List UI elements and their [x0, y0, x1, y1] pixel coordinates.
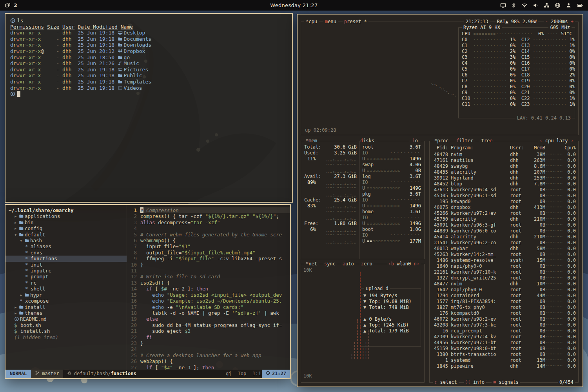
code-line[interactable]: echo -e "\nAvailable SD cards:"	[140, 304, 290, 310]
battery-icon[interactable]	[577, 2, 583, 8]
proc-row[interactable]: 1380btrfs-transactioroot0B⠒⠒⠒⠒⠒0.0	[432, 352, 576, 358]
proc-row[interactable]: 1642napi/phy0-0root0B⠒⠒⠒⠒⠒0.0	[432, 287, 576, 293]
code-line[interactable]: alias decompress="tar -xzf"	[140, 220, 290, 225]
workspace-number[interactable]: 2	[14, 2, 17, 8]
code-line[interactable]: # Convert webm files generated by the Gn…	[140, 232, 290, 238]
globe-icon[interactable]	[555, 2, 561, 8]
btop-button-net[interactable]: *net	[304, 261, 319, 267]
proc-row[interactable]: 45263kworker/14:2-mm_root0B⠒⠒⠒⠒⠒0.0	[432, 252, 576, 258]
proc-row[interactable]: 176kcompactd0root0B⠒⠒⠒⠒⠒0.0	[432, 310, 576, 316]
proc-row[interactable]: 45414alacrittydhh210M⠒⠒⠒⠒⠒0.0	[432, 234, 576, 240]
network-icon[interactable]	[544, 2, 550, 8]
btop-button-proc[interactable]: *proc	[433, 138, 450, 144]
prompt-line[interactable]	[10, 91, 287, 97]
tree-item-shell[interactable]: *shell	[5, 286, 127, 292]
proc-row[interactable]: 1640napi/phy0-0root0B⠒⠒⠒⠒⠒0.0	[432, 263, 576, 269]
interval-control[interactable]: - 2000ms +	[544, 19, 575, 25]
btop-button-menu[interactable]: menu	[323, 19, 338, 25]
proc-row[interactable]: 40075dropboxdhh413M⠒⠒⠒⠒⠒0.0	[432, 205, 576, 211]
tree-item-functions[interactable]: *functions	[5, 256, 127, 261]
proc-row[interactable]: 47613kworker/u96:4-sdroot0B⠒⠒⠒⠒⠒0.0	[432, 187, 576, 193]
tree-item-installsh[interactable]: $install.sh	[5, 328, 127, 334]
proc-row[interactable]: 48435alacrittydhh207M⠒⠒⠒⠒⠒0.0	[432, 169, 576, 175]
btop-button-disks[interactable]: disks	[359, 138, 376, 143]
btop-button-cpu[interactable]: *cpu	[304, 19, 319, 25]
proc-row[interactable]: 1systemdroot13M⠒⠒⠒⠒⠒0.0	[432, 358, 576, 363]
btop-button-auto[interactable]: auto	[341, 261, 356, 267]
code-line[interactable]: compress() { tar -czf "${1%/}.tar.gz" "$…	[140, 213, 290, 219]
code-line[interactable]	[140, 225, 290, 231]
proc-row[interactable]: 47161nautilusdhh263M⠒⠒⠒⠒⠒0.0	[432, 158, 576, 163]
proc-row[interactable]: 1577irq/81-PIXA3854:root0B⠒⠒⠒⠒⠒0.0	[432, 299, 576, 305]
tree-item-bash[interactable]: ▾bash	[5, 238, 127, 243]
proc-row[interactable]: 48452btopdhh7.8M⠒⠒⠒⠒⠒0.0	[432, 181, 576, 187]
code-line[interactable]: sudo eject $2	[140, 328, 290, 334]
tree-item-envs[interactable]: *envs	[5, 250, 127, 256]
workspaces-icon[interactable]	[5, 2, 11, 8]
proc-row[interactable]: 22161kworker/u97:10-kroot0B⠒⠒⠒⠒⠒0.0	[432, 269, 576, 275]
tree-item-bootsh[interactable]: $boot.sh	[5, 322, 127, 328]
neovim-window[interactable]: ~/.local/share/omarchy▸applications▸bin▸…	[5, 204, 291, 379]
btop-button-tree[interactable]: tree	[479, 138, 494, 144]
sort-control[interactable]: ‹ cpu lazy ›	[538, 138, 575, 144]
proc-row[interactable]: 43091kworker/u96:3-gfroot0B⠒⠒⠒⠒⠒0.0	[432, 222, 576, 228]
proc-row[interactable]: 16rcu_preemptroot0B⠒⠒⠒⠒⠒0.0	[432, 328, 576, 334]
code-line[interactable]: input_file="$1"	[140, 243, 290, 249]
proc-row[interactable]: 48429swaybgdhh8.6M⠒⠒⠒⠒⠒0.0	[432, 163, 576, 169]
proc-row[interactable]: 195kswapd0root0B⠒⠒⠒⠒⠒0.0	[432, 199, 576, 205]
code-line[interactable]: if [ $# -ne 2 ]; then	[140, 286, 290, 292]
code-line[interactable]: ffmpeg -i "$input_file" -c:v libx264 -pr…	[140, 256, 290, 261]
tree-item-rc[interactable]: *rc	[5, 280, 127, 286]
proc-row[interactable]: 1327dmcrypt_write/25root0B⠒⠒⠒⠒⠒0.0	[432, 275, 576, 281]
btop-button-zero[interactable]: zero	[359, 261, 374, 267]
proc-row[interactable]: 45266kworker/u97:2+evroot0B⠒⠒⠒⠒⠒0.0	[432, 211, 576, 216]
user-icon[interactable]	[566, 2, 572, 8]
proc-row[interactable]: 31541kworker/u96:2-coroot0B⠒⠒⠒⠒⠒0.0	[432, 240, 576, 246]
proc-footer-select[interactable]: ↕ select	[433, 379, 459, 385]
code-line[interactable]: if [ "$#" -ne 3 ]; then	[140, 365, 290, 370]
tree-item-READMEmd[interactable]: README.md	[5, 316, 127, 322]
code-line[interactable]: iso2sd() {	[140, 280, 290, 286]
code-line[interactable]	[140, 346, 290, 352]
proc-row[interactable]: 44956kworker/u97:1-btroot0B⠒⠒⠒⠒⠒0.0	[432, 340, 576, 346]
btop-button-preset[interactable]: preset *	[343, 19, 368, 25]
proc-row[interactable]: 39912Hyprlanddhh253M⠒⠒⠒⠒⠒0.0	[432, 175, 576, 181]
proc-row[interactable]: 45159kworker/u98:0-btroot0B⠒⠒⠒⠒⠒0.0	[432, 346, 576, 352]
tree-item-bin[interactable]: ▸bin	[5, 220, 127, 225]
code-line[interactable]: }	[140, 340, 290, 346]
volume-icon[interactable]	[533, 2, 539, 8]
proc-row[interactable]: 1827mt76-tx phy0root0B⠒⠒⠒⠒⠒0.0	[432, 305, 576, 310]
tree-item-themes[interactable]: ▸themes	[5, 310, 127, 316]
clock[interactable]: Wednesday 21:27	[99, 2, 489, 8]
tree-item-applications[interactable]: ▸applications	[5, 213, 127, 219]
mem-title[interactable]: *mem	[304, 138, 319, 144]
tree-item-aliases[interactable]: *aliases	[5, 243, 127, 249]
wifi-icon[interactable]	[521, 2, 528, 8]
proc-row[interactable]: 1845pipewiredhh14M⠒⠒⠒⠒⠒0.0	[432, 363, 576, 369]
proc-row[interactable]: 45305kworker/u96:1-sdroot0B⠒⠒⠒⠒⠒0.0	[432, 193, 576, 199]
code-line[interactable]: web2app() {	[140, 358, 290, 364]
tree-item-xcompose[interactable]: *xcompose	[5, 298, 127, 304]
tree-item-1hiddenitem[interactable]: (1 hidden item)	[5, 334, 127, 340]
proc-row[interactable]: 42309kworker/u97:4-kvroot0B⠒⠒⠒⠒⠒0.0	[432, 334, 576, 340]
proc-row[interactable]: 45730alacrittydhh210M⠒⠒⠒⠒⠒0.0	[432, 216, 576, 222]
code-line[interactable]: # Compression	[140, 207, 290, 213]
code-line[interactable]: # Create a desktop launcher for a web ap…	[140, 352, 290, 358]
btop-button-sync[interactable]: sync	[323, 261, 337, 267]
tree-item-inputrc[interactable]: *inputrc	[5, 268, 127, 274]
proc-row[interactable]: 1794containerdroot44M⠒⠒⠒⠒⠒0.0	[432, 293, 576, 299]
io-title[interactable]: io	[409, 138, 421, 144]
btop-button-io[interactable]: io	[411, 138, 419, 143]
tree-item-config[interactable]: ▸config	[5, 225, 127, 231]
proc-row[interactable]: 40013waybardhh58M⠒⠒⠒⠒⠒0.0	[432, 246, 576, 252]
proc-row[interactable]: 48478nvimdhh38M⠒⠒⠒⠒⠒0.0	[432, 152, 576, 158]
terminal-window[interactable]: lsPermissions Size User Date Modified Na…	[5, 13, 293, 203]
code-editor[interactable]: # Compressioncompress() { tar -czf "${1%…	[140, 207, 290, 370]
code-line[interactable]: echo "Usage: iso2sd <input_file> <output…	[140, 292, 290, 298]
bluetooth-icon[interactable]	[511, 2, 516, 8]
proc-row[interactable]: 48477nvimdhh10M⠒⠒⠒⠒⠒0.0	[432, 281, 576, 287]
code-line[interactable]: sudo dd bs=4M status=progress oflag=sync…	[140, 322, 290, 328]
disks-title[interactable]: disks	[357, 138, 377, 144]
code-line[interactable]: else	[140, 316, 290, 322]
tree-item-init[interactable]: *init	[5, 262, 127, 268]
